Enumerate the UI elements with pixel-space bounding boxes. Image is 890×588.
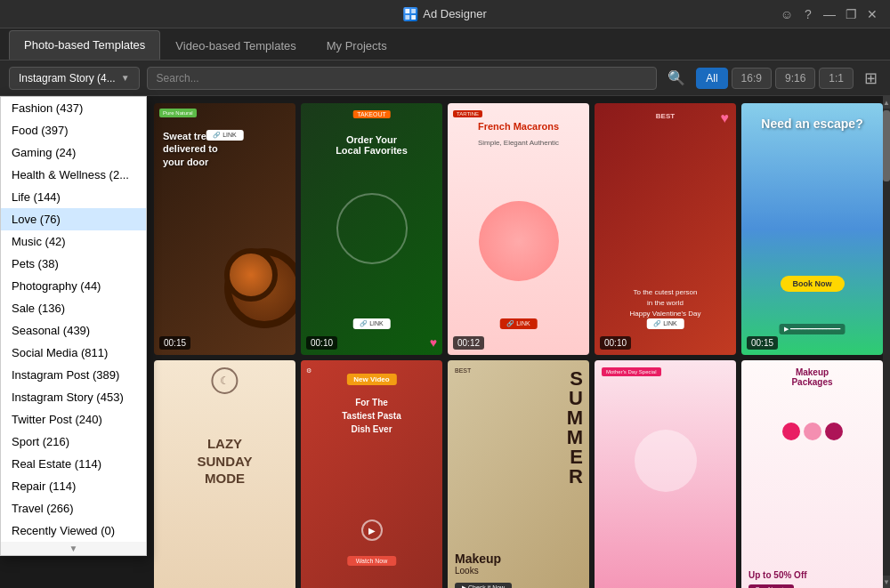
template-card-valentine[interactable]: ♥ BEST To the cutest personin the worldH…: [595, 103, 736, 355]
chevron-down-icon: ▼: [121, 73, 130, 83]
menu-item-sale[interactable]: Sale (136): [1, 297, 146, 319]
food-circle-deco: [336, 193, 408, 264]
card-mothers-circle: [635, 430, 697, 492]
card-pasta-watch-btn: Watch Now: [347, 556, 397, 566]
menu-item-photography[interactable]: Photography (44): [1, 275, 146, 297]
menu-item-love[interactable]: Love (76): [1, 208, 146, 230]
menu-item-recently-viewed[interactable]: Recently Viewed (0): [1, 520, 146, 542]
tab-photo-templates[interactable]: Photo-based Templates: [9, 30, 160, 60]
template-card-macarons[interactable]: TARTINE French Macarons Simple, Elegant …: [448, 103, 589, 355]
window-controls: ☺ ? — ❐ ✕: [778, 5, 881, 23]
menu-item-travel[interactable]: Travel (266): [1, 497, 146, 520]
card-title-makeup-pkg: Makeup Packages: [777, 367, 848, 387]
card-title-pasta: For TheTastiest PastaDish Ever: [308, 396, 435, 436]
card-macarons-link: 🔗 LINK: [499, 318, 538, 329]
menu-item-real-estate[interactable]: Real Estate (114): [1, 453, 146, 475]
card-mothers-tag: Mother's Day Special: [602, 367, 661, 376]
menu-item-gaming[interactable]: Gaming (24): [1, 141, 146, 164]
card-lazy-deco: ☾: [168, 367, 281, 394]
menu-item-music[interactable]: Music (42): [1, 230, 146, 253]
template-card-lazy[interactable]: ☾ LAZYSUNDAYMODE 00:10: [154, 360, 295, 588]
template-card-escape[interactable]: Need an escape? Book Now ▶ ━━━━━━━━━━━━━…: [741, 103, 883, 355]
user-icon-btn[interactable]: ☺: [778, 5, 796, 23]
help-button[interactable]: ?: [799, 5, 817, 23]
card-escape-btn: Book Now: [781, 276, 845, 292]
main-area: Fashion (437) Food (397) Gaming (24) Hea…: [0, 96, 890, 588]
tab-video-templates[interactable]: Video-based Templates: [160, 31, 311, 60]
menu-item-food[interactable]: Food (397): [1, 119, 146, 141]
card-title-summer: SUMMER: [567, 369, 582, 487]
card-valentine-logo: BEST: [609, 112, 722, 120]
ratio-all-button[interactable]: All: [696, 68, 727, 89]
card-escape-info: ▶ ━━━━━━━━━━━━━━: [779, 324, 846, 334]
card-time-valentine: 00:10: [600, 336, 631, 350]
card-time-macarons: 00:12: [453, 336, 484, 350]
card-summer-makeup: Makeup Looks: [455, 552, 501, 576]
ratio-11-button[interactable]: 1:1: [819, 68, 854, 89]
card-valentine-link: 🔗 LINK: [646, 318, 684, 329]
scroll-down-button[interactable]: ▼: [883, 576, 890, 588]
ratio-169-button[interactable]: 16:9: [732, 68, 772, 89]
heart-icon-food: ♥: [430, 335, 437, 350]
scroll-thumb[interactable]: [883, 110, 890, 181]
close-button[interactable]: ✕: [863, 5, 881, 23]
card-pasta-logo: ⚙: [306, 367, 312, 375]
menu-item-repair[interactable]: Repair (114): [1, 475, 146, 497]
toolbar: Instagram Story (4... ▼ 🔍 All 16:9 9:16 …: [0, 60, 890, 96]
minimize-button[interactable]: —: [821, 5, 838, 23]
dropdown-label: Instagram Story (4...: [19, 72, 116, 85]
menu-item-instagram-post[interactable]: Instagram Post (389): [1, 364, 146, 386]
scroll-up-button[interactable]: ▲: [883, 96, 890, 109]
search-input[interactable]: [147, 67, 658, 90]
restore-button[interactable]: ❐: [842, 5, 860, 23]
menu-item-life[interactable]: Life (144): [1, 186, 146, 208]
templates-grid: Pure Natural Sweat treatsdelivered toyou…: [154, 103, 883, 588]
app-title: Ad Designer: [423, 7, 487, 20]
donut-visual-2: [224, 248, 278, 302]
template-card-mothers[interactable]: Mother's Day Special 00:10: [595, 360, 736, 588]
card-macarons-logo: TARTINE: [453, 110, 482, 117]
tabs-bar: Photo-based Templates Video-based Templa…: [0, 28, 890, 60]
menu-item-twitter-post[interactable]: Twitter Post (240): [1, 408, 146, 431]
menu-item-pets[interactable]: Pets (38): [1, 253, 146, 275]
card-food-logo: TAKEOUT: [352, 110, 391, 118]
card-time-food: 00:10: [306, 336, 337, 350]
menu-item-instagram-story[interactable]: Instagram Story (453): [1, 386, 146, 408]
title-bar: Ad Designer ☺ ? — ❐ ✕: [0, 0, 890, 28]
template-card-pasta[interactable]: ⚙ New Video For TheTastiest PastaDish Ev…: [301, 360, 442, 588]
template-card-donuts[interactable]: Pure Natural Sweat treatsdelivered toyou…: [154, 103, 295, 355]
card-food-link: 🔗 LINK: [352, 318, 391, 329]
search-icon-button[interactable]: 🔍: [664, 66, 689, 90]
scroll-down-indicator: ▼: [1, 542, 146, 555]
template-card-food[interactable]: TAKEOUT Order YourLocal Favorites 🔗 LINK…: [301, 103, 442, 355]
grid-view-button[interactable]: ⊞: [861, 65, 881, 92]
ratio-buttons: All 16:9 9:16 1:1: [696, 68, 854, 89]
card-time-donuts: 00:15: [159, 336, 190, 350]
template-card-summer[interactable]: BEST SUMMER Makeup Looks ▶ Check it Now …: [448, 360, 589, 588]
card-link-btn: 🔗 LINK: [206, 130, 244, 141]
menu-item-fashion[interactable]: Fashion (437): [1, 97, 146, 119]
card-title-lazy: LAZYSUNDAYMODE: [161, 435, 288, 487]
menu-item-sport[interactable]: Sport (216): [1, 431, 146, 453]
templates-content-area[interactable]: Pure Natural Sweat treatsdelivered toyou…: [147, 96, 890, 588]
ratio-916-button[interactable]: 9:16: [775, 68, 815, 89]
category-dropdown-menu: Fashion (437) Food (397) Gaming (24) Hea…: [0, 96, 147, 556]
menu-item-seasonal[interactable]: Seasonal (439): [1, 319, 146, 342]
svg-rect-3: [411, 15, 416, 20]
card-discount-makeup: Up to 50% Off: [748, 570, 807, 580]
card-time-escape: 00:15: [747, 336, 778, 350]
template-card-makeup-pkg[interactable]: Makeup Packages Up to 50% Off Buy Now ▶ …: [741, 360, 883, 588]
card-logo-badge: Pure Natural: [159, 109, 197, 117]
card-title-escape: Need an escape?: [748, 117, 876, 131]
card-summer-logo: BEST: [455, 367, 471, 374]
menu-item-social-media[interactable]: Social Media (811): [1, 342, 146, 364]
card-title-macarons: French Macarons: [455, 121, 582, 132]
svg-rect-2: [405, 15, 409, 20]
app-icon: [403, 7, 417, 21]
category-dropdown[interactable]: Instagram Story (4... ▼: [9, 67, 140, 90]
card-sub-macarons: Simple, Elegant Authentic: [455, 139, 582, 147]
pasta-play-icon: ▶: [361, 520, 383, 541]
menu-item-health[interactable]: Health & Wellness (2...: [1, 164, 146, 186]
card-title-food: Order YourLocal Favorites: [308, 134, 435, 156]
tab-my-projects[interactable]: My Projects: [312, 31, 402, 60]
